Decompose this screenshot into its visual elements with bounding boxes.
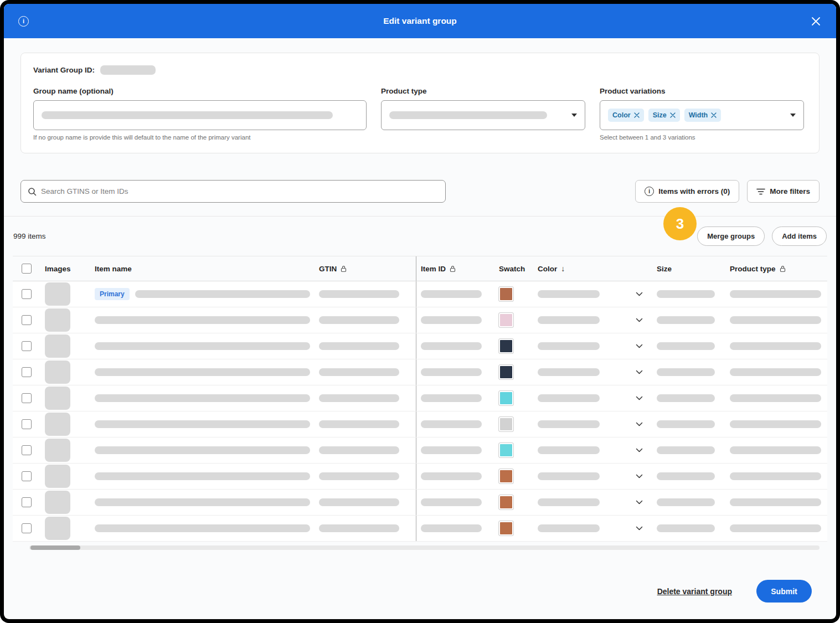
- redacted-gtin: [319, 472, 399, 480]
- redacted-color-value: [538, 316, 600, 324]
- error-info-icon: i: [645, 187, 654, 196]
- group-name-input[interactable]: [33, 100, 367, 130]
- variation-chip-color[interactable]: Color: [608, 109, 644, 122]
- table-row: [13, 464, 827, 490]
- redacted-item-name: [95, 472, 310, 480]
- color-select[interactable]: [538, 472, 643, 480]
- remove-chip-icon: [634, 112, 640, 118]
- scrollbar-thumb[interactable]: [30, 545, 80, 550]
- row-checkbox[interactable]: [22, 341, 32, 351]
- color-label: Color: [538, 265, 557, 273]
- redacted-gtin: [319, 368, 399, 376]
- redacted-size: [657, 446, 715, 454]
- product-type-select[interactable]: [381, 100, 585, 130]
- row-checkbox[interactable]: [22, 367, 32, 377]
- redacted-product-type: [730, 368, 821, 376]
- redacted-gtin: [319, 316, 399, 324]
- variation-chip-width[interactable]: Width: [684, 109, 722, 122]
- redacted-size: [657, 524, 715, 532]
- color-select[interactable]: [538, 316, 643, 324]
- search-box: [20, 180, 446, 203]
- table-row: [13, 411, 827, 437]
- variation-chips: Color Size Width: [608, 109, 721, 122]
- search-input[interactable]: [41, 187, 439, 195]
- row-checkbox[interactable]: [22, 315, 32, 325]
- color-select[interactable]: [538, 446, 643, 454]
- redacted-product-type: [730, 342, 821, 350]
- redacted-color-value: [538, 498, 600, 506]
- color-select[interactable]: [538, 368, 643, 376]
- items-with-errors-button[interactable]: i Items with errors (0): [635, 180, 739, 203]
- redacted-item-id: [421, 290, 482, 298]
- submit-button[interactable]: Submit: [756, 580, 812, 603]
- redacted-gtin: [319, 394, 399, 402]
- sort-descending-icon: ↓: [561, 264, 565, 273]
- product-image: [45, 491, 70, 514]
- table-row: [13, 437, 827, 464]
- color-select[interactable]: [538, 290, 643, 298]
- row-checkbox[interactable]: [22, 497, 32, 507]
- table-body: Primary: [13, 281, 827, 542]
- redacted-item-id: [421, 446, 482, 454]
- color-select[interactable]: [538, 524, 643, 532]
- chevron-down-icon: [636, 370, 643, 374]
- redacted-item-name: [95, 394, 310, 402]
- product-image: [45, 387, 70, 410]
- horizontal-scrollbar[interactable]: [29, 545, 820, 550]
- table-row: Primary: [13, 281, 827, 307]
- chevron-down-icon: [636, 292, 643, 296]
- color-swatch: [499, 365, 513, 379]
- lock-icon: [780, 265, 786, 272]
- redacted-item-name: [95, 368, 310, 376]
- more-filters-button[interactable]: More filters: [747, 180, 820, 203]
- variant-group-id-label: Variant Group ID:: [33, 66, 95, 74]
- chip-label: Width: [689, 111, 708, 119]
- row-checkbox[interactable]: [22, 471, 32, 481]
- variations-helper: Select between 1 and 3 variations: [600, 134, 804, 141]
- redacted-product-type: [730, 394, 821, 402]
- info-icon[interactable]: i: [18, 16, 29, 27]
- chevron-down-icon: [571, 114, 577, 117]
- col-header-images: Images: [40, 256, 90, 281]
- select-all-checkbox[interactable]: [22, 264, 32, 274]
- redacted-size: [657, 420, 715, 428]
- col-header-product-type: Product type: [725, 256, 827, 281]
- product-variations-select[interactable]: Color Size Width: [600, 100, 804, 130]
- color-select[interactable]: [538, 394, 643, 402]
- more-filters-label: More filters: [770, 187, 810, 195]
- delete-variant-group-link[interactable]: Delete variant group: [657, 587, 732, 596]
- table-row: [13, 307, 827, 333]
- redacted-product-type: [730, 498, 821, 506]
- row-checkbox[interactable]: [22, 393, 32, 403]
- redacted-size: [657, 394, 715, 402]
- color-select[interactable]: [538, 498, 643, 506]
- color-select[interactable]: [538, 420, 643, 428]
- chevron-down-icon: [636, 526, 643, 531]
- product-image: [45, 361, 70, 384]
- redacted-gtin: [319, 498, 399, 506]
- merge-groups-button[interactable]: Merge groups: [697, 226, 765, 246]
- row-checkbox[interactable]: [22, 419, 32, 429]
- col-header-color-sort[interactable]: Color ↓: [533, 256, 652, 281]
- close-icon[interactable]: [810, 15, 822, 27]
- search-icon: [28, 187, 37, 196]
- variation-chip-size[interactable]: Size: [648, 109, 680, 122]
- color-select[interactable]: [538, 342, 643, 350]
- chevron-down-icon: [636, 422, 643, 426]
- product-image: [45, 413, 70, 436]
- chevron-down-icon: [636, 396, 643, 400]
- row-checkbox[interactable]: [22, 289, 32, 299]
- redacted-size: [657, 368, 715, 376]
- chip-label: Size: [653, 111, 667, 119]
- col-header-gtin: GTIN: [315, 256, 416, 281]
- table-row: [13, 359, 827, 385]
- lock-icon: [450, 265, 456, 272]
- redacted-gtin: [319, 342, 399, 350]
- redacted-gtin: [319, 524, 399, 532]
- remove-chip-icon: [670, 112, 676, 118]
- row-checkbox[interactable]: [22, 445, 32, 455]
- row-checkbox[interactable]: [22, 523, 32, 533]
- table-header-row: Images Item name GTIN Item ID Swatch Col…: [13, 256, 827, 281]
- add-items-button[interactable]: Add items: [772, 226, 827, 246]
- redacted-color-value: [538, 524, 600, 532]
